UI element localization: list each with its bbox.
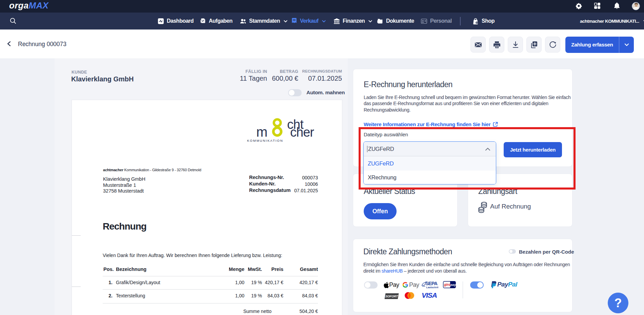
- svg-text:SEPA: SEPA: [425, 281, 438, 286]
- svg-text:giro: giro: [444, 283, 450, 287]
- svg-text:KOMMUNIKATION: KOMMUNIKATION: [247, 139, 283, 142]
- svg-text:cher: cher: [290, 125, 314, 139]
- svg-text:pay: pay: [450, 283, 456, 287]
- svg-text:m: m: [256, 124, 267, 139]
- svg-text:Lastschrift: Lastschrift: [426, 286, 439, 289]
